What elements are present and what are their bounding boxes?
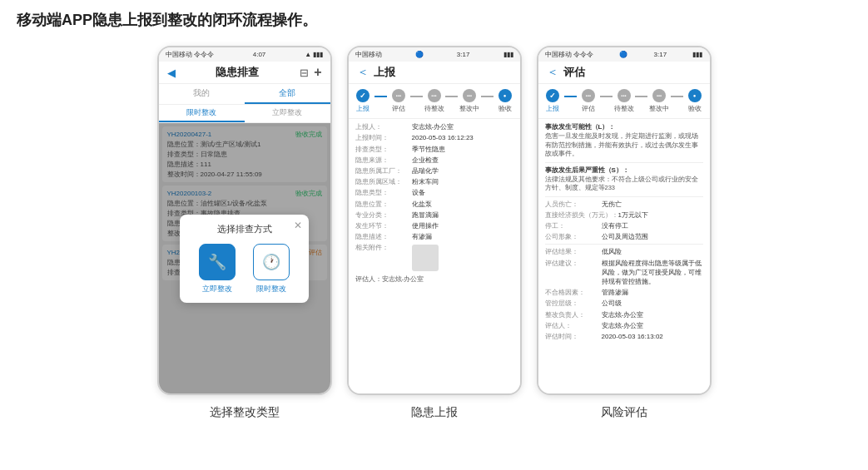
phone3-label: 风险评估 <box>601 405 647 420</box>
step-label: 整改中 <box>459 104 479 113</box>
modal-btn-timed[interactable]: 🕐 限时整改 <box>249 244 295 294</box>
info-label: 专业分类： <box>355 210 412 220</box>
info-value: 安志炫-办公室 <box>412 122 454 131</box>
result-label: 停工： <box>545 221 602 230</box>
step-item-pending: ••• 待整改 <box>423 89 446 113</box>
info-row: 发生环节： 使用操作 <box>355 221 513 230</box>
eval-result-label: 评估人： <box>545 321 602 330</box>
step-line <box>445 96 458 97</box>
phone1-subtabs: 限时整改 立即整改 <box>159 105 330 123</box>
phone2-header: ＜ 上报 <box>349 62 520 84</box>
phone1-tab-all[interactable]: 全部 <box>245 84 330 104</box>
step-item-report: ✓ 上报 <box>352 89 375 113</box>
step-label: 上报 <box>546 104 559 113</box>
phone2-signal: 中国移动 <box>355 50 382 59</box>
phone3-title: 评估 <box>563 65 585 80</box>
modal-overlay: ✕ 选择排查方式 🔧 立即整改 🕐 限时整改 <box>159 123 330 393</box>
phone3-time: 3:17 <box>654 51 667 58</box>
info-value: 企业检查 <box>412 156 439 165</box>
phone3-content: 事故发生可能性（L）： 危害一旦发生能及时发现，并定期进行监测，或现场有防范控制… <box>538 119 710 393</box>
info-label: 相关附件： <box>355 243 412 271</box>
eval-section-title: 事故发生可能性（L）： <box>545 122 703 131</box>
modal-close-icon[interactable]: ✕ <box>294 220 302 231</box>
result-label: 公司形象： <box>545 232 602 241</box>
step-label: 验收 <box>688 104 702 113</box>
phone1-tab-mine[interactable]: 我的 <box>159 84 245 104</box>
step-line <box>374 96 387 97</box>
immediate-icon: 🔧 <box>199 244 236 280</box>
step-item: ✓ 上报 <box>542 89 565 113</box>
info-row: 上报人： 安志炫-办公室 <box>355 122 513 131</box>
eval-result-label: 评估建议： <box>545 259 602 287</box>
phone1-filter-icon[interactable]: ⊟ <box>300 67 309 79</box>
phone3-battery: ▮▮▮ <box>692 51 702 58</box>
result-row: 公司形象： 公司及周边范围 <box>545 232 703 241</box>
info-label: 隐患位置： <box>355 200 412 209</box>
phone2-bt: 🔵 <box>415 51 424 58</box>
info-row: 排查类型： 季节性隐患 <box>355 145 513 154</box>
phone2-title: 上报 <box>374 65 395 80</box>
result-row: 停工： 没有停工 <box>545 221 703 230</box>
step-label: 上报 <box>356 104 370 113</box>
timed-label: 限时整改 <box>256 284 286 294</box>
info-label: 排查类型： <box>355 145 412 154</box>
step-item: ● 验收 <box>683 89 707 113</box>
info-row: 隐患所属区域： 粉末车间 <box>355 177 513 186</box>
phone1-title: 隐患排查 <box>216 65 259 80</box>
step-line <box>410 96 423 97</box>
phone1-subtab-immediate[interactable]: 限时整改 <box>159 105 245 122</box>
phone1-content: YH20200427-1 验收完成 隐患位置：测试/生产区域/测试1 排查类型：… <box>159 123 330 393</box>
step-line <box>600 96 613 97</box>
info-row: 隐患位置： 化盐泵 <box>355 200 513 209</box>
step-circle: ••• <box>428 89 441 102</box>
step-label: 整改中 <box>649 104 669 113</box>
phone1-back-icon[interactable]: ◀ <box>167 67 176 79</box>
step-label: 评估 <box>582 104 595 113</box>
eval-result-value: 安志炫-办公室 <box>602 310 644 319</box>
result-value: 没有停工 <box>602 221 628 230</box>
eval-result-row: 评估结果： 低风险 <box>545 247 703 256</box>
step-item-accept: ● 验收 <box>494 89 517 113</box>
phone1-add-icon[interactable]: + <box>314 65 321 80</box>
info-row: 上报时间： 2020-05-03 16:12:23 <box>355 133 513 142</box>
info-value: 粉末车间 <box>412 177 439 186</box>
info-value: 晶瑞化学 <box>412 166 439 176</box>
phone2-statusbar: 中国移动 🔵 3:17 ▮▮▮ <box>349 47 520 62</box>
eval-result-row: 评估建议： 根据风险程度得出隐患等级属于低风险，做为广泛可接受风险，可维持现有管… <box>545 259 703 287</box>
phone2-block: 中国移动 🔵 3:17 ▮▮▮ ＜ 上报 ✓ 上报 <box>347 46 522 420</box>
modal-dialog: ✕ 选择排查方式 🔧 立即整改 🕐 限时整改 <box>180 215 309 303</box>
phone1-signal: 中国移动 令令令 <box>166 50 214 59</box>
phone1-header: ◀ 隐患排查 ⊟ + <box>159 62 330 84</box>
step-line <box>564 96 577 97</box>
info-label: 发生环节： <box>355 221 412 230</box>
step-circle: ✓ <box>546 89 559 102</box>
phone3-bt: 🔵 <box>619 51 627 58</box>
info-row: 隐患类型： 设备 <box>355 188 513 197</box>
phone1-frame: 中国移动 令令令 4:07 ▲ ▮▮▮ ◀ 隐患排查 ⊟ + 我的 全部 <box>157 46 332 395</box>
step-circle: ✓ <box>356 89 370 102</box>
eval-section: 事故发生可能性（L）： 危害一旦发生能及时发现，并定期进行监测，或现场有防范控制… <box>545 122 703 159</box>
phone2-time: 3:17 <box>457 51 470 58</box>
phone1-subtab-timed[interactable]: 立即整改 <box>245 105 330 122</box>
phone1-block: 中国移动 令令令 4:07 ▲ ▮▮▮ ◀ 隐患排查 ⊟ + 我的 全部 <box>157 46 332 420</box>
eval-result-row: 管控层级： 公司级 <box>545 299 703 308</box>
modal-btn-immediate[interactable]: 🔧 立即整改 <box>195 244 241 294</box>
eval-section-title: 事故发生后果严重性（S）： <box>545 166 703 175</box>
step-label: 评估 <box>392 104 405 113</box>
step-line <box>671 96 683 97</box>
phones-row: 中国移动 令令令 4:07 ▲ ▮▮▮ ◀ 隐患排查 ⊟ + 我的 全部 <box>17 46 851 420</box>
phone2-back-icon[interactable]: ＜ <box>357 65 369 80</box>
step-item: ••• 待整改 <box>613 89 636 113</box>
info-label: 上报时间： <box>355 133 412 142</box>
info-value: 2020-05-03 16:12:23 <box>412 133 474 142</box>
step-circle: ● <box>498 89 512 102</box>
step-label: 验收 <box>498 104 512 113</box>
phone3-signal: 中国移动 令令令 <box>545 50 593 59</box>
divider <box>545 244 703 245</box>
eval-section: 事故发生后果严重性（S）： 法律法规及其他要求：不符合上级公司或行业的安全方针、… <box>545 166 703 193</box>
phone3-back-icon[interactable]: ＜ <box>547 65 558 80</box>
phone2-battery: ▮▮▮ <box>503 51 513 58</box>
info-value: 化盐泵 <box>412 200 432 209</box>
page-title: 移动端APP隐患上报到整改的闭环流程操作。 <box>17 10 851 31</box>
phone3-statusbar: 中国移动 令令令 🔵 3:17 ▮▮▮ <box>538 47 710 62</box>
